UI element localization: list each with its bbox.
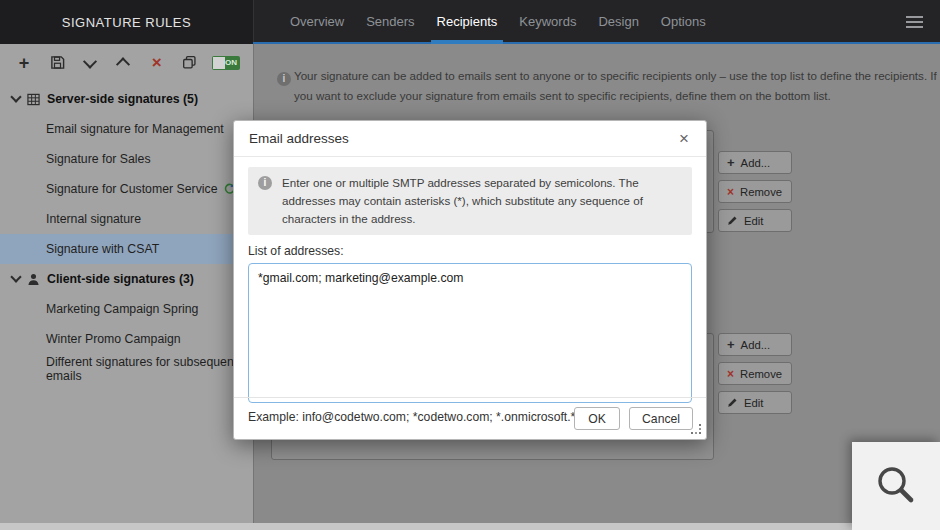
tab-keywords[interactable]: Keywords bbox=[519, 0, 576, 44]
signature-tree: Server-side signatures (5) Email signatu… bbox=[0, 84, 253, 384]
cancel-button[interactable]: Cancel bbox=[629, 407, 693, 430]
tree-item-winter-promo-campaign[interactable]: Winter Promo Campaign bbox=[0, 324, 253, 354]
tree-item-signature-for-customer-service[interactable]: Signature for Customer Service bbox=[0, 174, 253, 204]
dialog-body: i Enter one or multiple SMTP addresses s… bbox=[234, 157, 706, 424]
tab-recipients[interactable]: Recipients bbox=[437, 0, 498, 44]
chevron-down-icon bbox=[83, 54, 97, 68]
bottom-edge-strip bbox=[0, 523, 940, 530]
tree-group-label: Server-side signatures (5) bbox=[47, 92, 198, 106]
app-window: SIGNATURE RULES Overview Senders Recipie… bbox=[0, 0, 940, 530]
add-button[interactable]: + Add... bbox=[718, 333, 792, 356]
tree-group-client-side[interactable]: Client-side signatures (3) bbox=[0, 264, 253, 294]
accent-underline bbox=[253, 42, 940, 44]
email-addresses-dialog: Email addresses × i Enter one or multipl… bbox=[233, 120, 707, 440]
dialog-title: Email addresses bbox=[249, 131, 349, 146]
close-icon[interactable]: × bbox=[677, 128, 691, 149]
chevron-down-icon bbox=[10, 271, 21, 282]
tree-item-marketing-campaign-spring[interactable]: Marketing Campaign Spring bbox=[0, 294, 253, 324]
tree-item-label: Winter Promo Campaign bbox=[46, 332, 181, 346]
recipients-info-text: Your signature can be added to emails se… bbox=[294, 66, 940, 107]
include-list-buttons: + Add... × Remove Edit bbox=[718, 151, 792, 232]
delete-rule-button[interactable]: × bbox=[146, 52, 168, 74]
server-icon bbox=[27, 93, 40, 106]
magnifier-panel[interactable] bbox=[852, 442, 940, 530]
tree-item-internal-signature[interactable]: Internal signature bbox=[0, 204, 253, 234]
addresses-textarea[interactable]: *gmail.com; marketing@example.com bbox=[248, 263, 692, 403]
person-icon bbox=[27, 273, 40, 286]
tree-item-label: Different signatures for subsequent emai… bbox=[46, 355, 253, 383]
tree-item-email-signature-for-management[interactable]: Email signature for Management bbox=[0, 114, 253, 144]
add-rule-button[interactable]: + bbox=[13, 52, 35, 74]
top-bar: SIGNATURE RULES Overview Senders Recipie… bbox=[0, 0, 940, 44]
plus-icon: + bbox=[727, 338, 735, 351]
rules-toolbar: + × bbox=[0, 44, 253, 81]
exclude-list-buttons: + Add... × Remove Edit bbox=[718, 333, 792, 414]
tree-item-label: Email signature for Management bbox=[46, 122, 224, 136]
edit-button-label: Edit bbox=[744, 397, 763, 409]
page-title: SIGNATURE RULES bbox=[62, 15, 191, 30]
app-title-area: SIGNATURE RULES bbox=[0, 0, 254, 44]
move-down-button[interactable] bbox=[79, 52, 101, 74]
tab-bar: Overview Senders Recipients Keywords Des… bbox=[254, 0, 940, 44]
save-button[interactable] bbox=[46, 52, 68, 74]
tree-item-different-signatures-subsequent[interactable]: Different signatures for subsequent emai… bbox=[0, 354, 253, 384]
toggle-knob bbox=[213, 57, 225, 69]
dialog-header: Email addresses × bbox=[234, 121, 706, 157]
info-icon: i bbox=[258, 176, 272, 190]
add-button[interactable]: + Add... bbox=[718, 151, 792, 174]
duplicate-rule-button[interactable] bbox=[179, 52, 201, 74]
hamburger-menu-icon[interactable] bbox=[906, 16, 923, 28]
remove-button[interactable]: × Remove bbox=[718, 180, 792, 203]
remove-button-label: Remove bbox=[740, 368, 782, 380]
edit-button[interactable]: Edit bbox=[718, 391, 792, 414]
tree-group-label: Client-side signatures (3) bbox=[47, 272, 194, 286]
info-icon: i bbox=[277, 72, 291, 86]
plus-icon: + bbox=[19, 54, 30, 72]
tab-design[interactable]: Design bbox=[598, 0, 638, 44]
tree-item-signature-with-csat[interactable]: Signature with CSAT bbox=[0, 234, 253, 264]
remove-x-icon: × bbox=[727, 186, 734, 198]
edit-button[interactable]: Edit bbox=[718, 209, 792, 232]
remove-button-label: Remove bbox=[740, 186, 782, 198]
plus-icon: + bbox=[727, 156, 735, 169]
chevron-up-icon bbox=[116, 57, 130, 71]
rule-enabled-toggle[interactable]: ON bbox=[212, 56, 240, 70]
dialog-info-text: Enter one or multiple SMTP addresses sep… bbox=[282, 176, 643, 225]
edit-button-label: Edit bbox=[744, 215, 763, 227]
pencil-icon bbox=[727, 397, 738, 408]
search-icon bbox=[873, 463, 919, 509]
pencil-icon bbox=[727, 215, 738, 226]
delete-x-icon: × bbox=[152, 54, 162, 71]
tree-item-label: Internal signature bbox=[46, 212, 141, 226]
chevron-down-icon bbox=[10, 91, 21, 102]
save-icon bbox=[50, 55, 65, 70]
add-button-label: Add... bbox=[741, 339, 771, 351]
remove-x-icon: × bbox=[727, 368, 734, 380]
add-button-label: Add... bbox=[741, 157, 771, 169]
tree-item-label: Marketing Campaign Spring bbox=[46, 302, 198, 316]
tree-item-signature-for-sales[interactable]: Signature for Sales bbox=[0, 144, 253, 174]
tab-options[interactable]: Options bbox=[661, 0, 706, 44]
tab-overview[interactable]: Overview bbox=[290, 0, 344, 44]
move-up-button[interactable] bbox=[112, 52, 134, 74]
tree-item-label: Signature for Customer Service bbox=[46, 182, 218, 196]
tab-senders[interactable]: Senders bbox=[366, 0, 414, 44]
toggle-on-label: ON bbox=[225, 57, 237, 69]
tree-item-label: Signature with CSAT bbox=[46, 242, 159, 256]
remove-button[interactable]: × Remove bbox=[718, 362, 792, 385]
tree-group-server-side[interactable]: Server-side signatures (5) bbox=[0, 84, 253, 114]
ok-button[interactable]: OK bbox=[574, 407, 620, 430]
signature-rules-sidebar: + × bbox=[0, 44, 254, 523]
dialog-info-box: i Enter one or multiple SMTP addresses s… bbox=[248, 167, 692, 235]
list-of-addresses-label: List of addresses: bbox=[248, 244, 692, 258]
tree-item-label: Signature for Sales bbox=[46, 152, 151, 166]
dialog-footer: OK Cancel bbox=[234, 397, 706, 439]
copy-icon bbox=[182, 55, 197, 70]
resize-grip-icon[interactable] bbox=[699, 432, 701, 434]
